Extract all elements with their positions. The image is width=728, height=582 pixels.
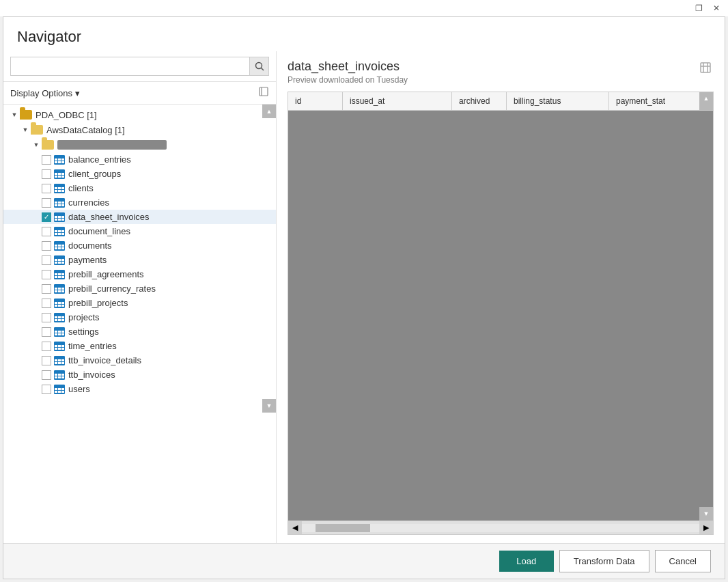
restore-button[interactable]: ❐: [692, 2, 705, 14]
checkbox-time-entries[interactable]: [42, 342, 51, 351]
tree-item-redacted[interactable]: ▼: [3, 137, 276, 152]
cancel-button[interactable]: Cancel: [655, 550, 711, 572]
list-item-ttb-invoices[interactable]: ttb_invoices: [3, 368, 276, 382]
tree-label-payments: payments: [68, 255, 107, 265]
list-item-client-groups[interactable]: client_groups: [3, 167, 276, 181]
list-item-settings[interactable]: settings: [3, 324, 276, 339]
main-content: Display Options ▾ ▲: [3, 51, 725, 543]
tree-label-aws: AwsDataCatalog [1]: [46, 125, 125, 135]
table-icon-settings: [54, 327, 65, 337]
svg-rect-2: [260, 87, 268, 96]
list-item-clients[interactable]: clients: [3, 181, 276, 195]
right-panel: data_sheet_invoices Preview downloaded o…: [277, 51, 725, 543]
checkbox-document-lines[interactable]: [42, 227, 51, 236]
col-header-issued-at: issued_at: [343, 92, 452, 110]
list-item-users[interactable]: users: [3, 382, 276, 396]
list-item-document-lines[interactable]: document_lines: [3, 224, 276, 238]
checkbox-client-groups[interactable]: [42, 169, 51, 179]
table-icon-time-entries: [54, 342, 65, 351]
checkbox-data-sheet-invoices[interactable]: [42, 212, 51, 222]
table-icon-clients: [54, 184, 65, 193]
tree-label-settings: settings: [68, 327, 99, 337]
preview-refresh-icon[interactable]: [697, 59, 714, 76]
col-header-archived: archived: [452, 92, 507, 110]
refresh-icon[interactable]: [258, 86, 269, 100]
display-options-button[interactable]: Display Options ▾: [10, 88, 80, 98]
checkbox-prebill-projects[interactable]: [42, 299, 51, 308]
list-item-time-entries[interactable]: time_entries: [3, 339, 276, 353]
list-item-prebill-currency-rates[interactable]: prebill_currency_rates: [3, 281, 276, 296]
list-item-currencies[interactable]: currencies: [3, 195, 276, 210]
table-scroll-down-icon: ▼: [703, 510, 710, 517]
hscroll-left-button[interactable]: ◀: [288, 521, 302, 535]
checkbox-prebill-currency-rates[interactable]: [42, 284, 51, 294]
hscroll-track[interactable]: [302, 524, 699, 532]
tree-arrow-redacted: ▼: [31, 139, 42, 150]
col-header-billing-status: billing_status: [507, 92, 609, 110]
tree-item-pda-odbc[interactable]: ▼ PDA_ODBC [1]: [3, 107, 276, 122]
folder-icon-pda-odbc: [20, 110, 32, 120]
nav-tree[interactable]: ▲ ▼ PDA_ODBC [1] ▼ AwsDataCatalog [1]: [3, 105, 276, 543]
list-item-documents[interactable]: documents: [3, 238, 276, 253]
list-item-prebill-agreements[interactable]: prebill_agreements: [3, 267, 276, 281]
table-icon-projects: [54, 313, 65, 322]
col-header-payment-status: payment_stat: [609, 92, 712, 110]
list-item-payments[interactable]: payments: [3, 253, 276, 267]
hscroll-right-icon: ▶: [703, 523, 709, 532]
checkbox-ttb-invoice-details[interactable]: [42, 356, 51, 365]
preview-title: data_sheet_invoices: [288, 59, 408, 74]
close-button[interactable]: ✕: [710, 2, 723, 14]
tree-container: ▼ PDA_ODBC [1] ▼ AwsDataCatalog [1] ▼: [3, 105, 276, 399]
checkbox-prebill-agreements[interactable]: [42, 270, 51, 279]
checkbox-projects[interactable]: [42, 313, 51, 322]
table-icon-users: [54, 385, 65, 394]
table-scroll-up-button[interactable]: ▲: [699, 92, 713, 110]
transform-data-button[interactable]: Transform Data: [559, 550, 649, 572]
tree-item-aws[interactable]: ▼ AwsDataCatalog [1]: [3, 122, 276, 137]
table-icon-currencies: [54, 198, 65, 208]
hscroll-right-button[interactable]: ▶: [699, 521, 713, 535]
load-button[interactable]: Load: [499, 551, 554, 572]
scroll-up-icon: ▲: [266, 108, 272, 115]
preview-subtitle: Preview downloaded on Tuesday: [288, 75, 408, 85]
tree-label-ttb-invoices: ttb_invoices: [68, 370, 115, 380]
hscroll-thumb[interactable]: [316, 524, 370, 532]
list-item-data-sheet-invoices[interactable]: data_sheet_invoices: [3, 210, 276, 224]
table-icon-document-lines: [54, 227, 65, 236]
table-scroll-down-button[interactable]: ▼: [699, 507, 713, 521]
folder-icon-aws: [31, 125, 43, 135]
list-item-balance-entries[interactable]: balance_entries: [3, 152, 276, 167]
data-table-body[interactable]: ▼: [288, 111, 713, 521]
tree-arrow-aws: ▼: [20, 124, 31, 135]
tree-label-redacted: [57, 140, 167, 150]
tree-scroll-down-button[interactable]: ▼: [262, 399, 276, 413]
tree-label-prebill-currency-rates: prebill_currency_rates: [68, 283, 156, 294]
tree-scroll-up-button[interactable]: ▲: [262, 105, 276, 118]
checkbox-ttb-invoices[interactable]: [42, 370, 51, 380]
checkbox-payments[interactable]: [42, 255, 51, 265]
horizontal-scrollbar[interactable]: ◀ ▶: [288, 521, 713, 534]
search-button[interactable]: [250, 57, 269, 76]
table-icon-data-sheet-invoices: [54, 212, 65, 222]
tree-label-document-lines: document_lines: [68, 226, 130, 236]
checkbox-clients[interactable]: [42, 184, 51, 193]
list-item-ttb-invoice-details[interactable]: ttb_invoice_details: [3, 353, 276, 368]
tree-label-pda-odbc: PDA_ODBC [1]: [36, 110, 97, 120]
checkbox-users[interactable]: [42, 385, 51, 394]
table-icon-ttb-invoices: [54, 370, 65, 380]
checkbox-balance-entries[interactable]: [42, 155, 51, 165]
scroll-down-icon: ▼: [266, 402, 272, 409]
preview-title-area: data_sheet_invoices Preview downloaded o…: [288, 59, 408, 85]
table-icon-client-groups: [54, 169, 65, 179]
table-icon-ttb-invoice-details: [54, 356, 65, 365]
table-icon-prebill-currency-rates: [54, 284, 65, 294]
checkbox-documents[interactable]: [42, 241, 51, 251]
list-item-projects[interactable]: projects: [3, 310, 276, 324]
search-input[interactable]: [10, 57, 250, 76]
checkbox-settings[interactable]: [42, 327, 51, 337]
display-options-label: Display Options: [10, 88, 72, 98]
folder-icon-redacted: [42, 140, 54, 150]
checkbox-currencies[interactable]: [42, 198, 51, 208]
list-item-prebill-projects[interactable]: prebill_projects: [3, 296, 276, 310]
display-options-arrow: ▾: [75, 88, 80, 98]
